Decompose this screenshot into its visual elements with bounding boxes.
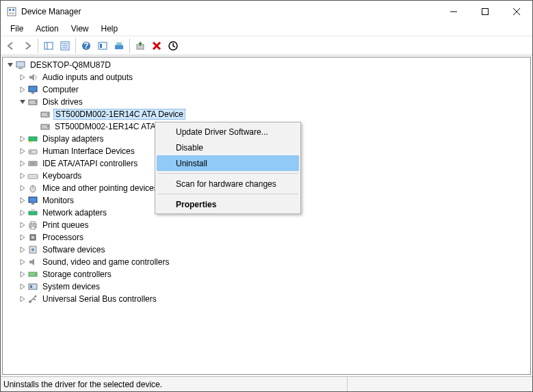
svg-rect-22	[16, 62, 25, 67]
scan-hardware-button[interactable]	[111, 38, 127, 54]
menu-help[interactable]: Help	[96, 23, 124, 35]
tree-item-print[interactable]: Print queues	[5, 219, 530, 231]
ctx-separator	[158, 173, 298, 174]
tree-item-storage[interactable]: Storage controllers	[5, 268, 530, 280]
close-button[interactable]	[501, 1, 532, 22]
svg-rect-23	[18, 68, 23, 69]
svg-point-62	[35, 296, 37, 298]
svg-rect-33	[29, 141, 31, 142]
tree-item-computer[interactable]: Computer	[5, 83, 530, 96]
ctx-disable[interactable]: Disable	[157, 140, 299, 155]
cpu-icon	[27, 232, 38, 243]
expand-icon[interactable]	[18, 220, 27, 230]
svg-point-40	[29, 176, 30, 177]
tree-item-disk0[interactable]: ST500DM002-1ER14C ATA Device	[5, 108, 530, 120]
ctx-separator	[158, 194, 298, 194]
toolbar-separator	[75, 38, 76, 53]
svg-rect-60	[30, 285, 32, 288]
expand-icon[interactable]	[18, 134, 27, 144]
action-button[interactable]	[94, 38, 111, 54]
expand-icon[interactable]	[5, 60, 15, 70]
svg-rect-54	[31, 236, 34, 239]
ctx-update-driver[interactable]: Update Driver Software...	[157, 124, 299, 140]
svg-rect-5	[482, 8, 489, 14]
expand-icon[interactable]	[18, 282, 27, 291]
monitor-icon	[27, 195, 38, 206]
svg-point-31	[47, 126, 49, 127]
expand-icon[interactable]	[18, 183, 27, 193]
update-driver-button[interactable]	[132, 38, 148, 54]
tree-item-sound[interactable]: Sound, video and game controllers	[5, 256, 530, 268]
disk-icon	[40, 109, 51, 120]
expand-icon[interactable]	[18, 294, 27, 304]
collapse-icon[interactable]	[18, 97, 27, 107]
display-adapter-icon	[27, 133, 38, 144]
expand-icon[interactable]	[18, 245, 27, 254]
menu-file[interactable]: File	[5, 23, 29, 35]
svg-rect-0	[8, 8, 16, 16]
disable-button[interactable]	[165, 38, 181, 54]
properties-button[interactable]	[57, 38, 73, 54]
tree-label: Computer	[41, 85, 80, 94]
tree-label: System devices	[41, 282, 101, 291]
tree-label: Display adapters	[41, 134, 105, 144]
show-hide-tree-button[interactable]	[40, 38, 57, 54]
minimize-button[interactable]	[438, 1, 469, 22]
tree-item-softdev[interactable]: Software devices	[5, 244, 530, 256]
svg-point-41	[31, 176, 32, 177]
svg-rect-49	[31, 209, 35, 211]
uninstall-button[interactable]	[148, 38, 165, 54]
tree-item-processors[interactable]: Processors	[5, 231, 530, 244]
expand-icon[interactable]	[18, 171, 27, 181]
network-icon	[27, 207, 38, 218]
expand-icon[interactable]	[18, 196, 27, 205]
svg-rect-63	[34, 299, 36, 300]
expand-icon[interactable]	[18, 85, 27, 94]
svg-rect-24	[29, 86, 37, 92]
computer-icon	[15, 60, 26, 70]
tree-item-audio[interactable]: Audio inputs and outputs	[5, 71, 530, 83]
titlebar: Device Manager	[1, 1, 532, 22]
svg-point-42	[34, 176, 34, 177]
menu-action[interactable]: Action	[30, 23, 64, 35]
tree-item-diskdrives[interactable]: Disk drives	[5, 96, 530, 108]
svg-rect-19	[116, 42, 122, 45]
svg-rect-36	[29, 161, 37, 166]
disk-icon	[40, 121, 51, 132]
statusbar: Uninstalls the driver for the selected d…	[1, 376, 532, 391]
ctx-uninstall[interactable]: Uninstall	[157, 155, 299, 171]
tree-label: Keyboards	[41, 171, 83, 181]
tree-item-system[interactable]: System devices	[5, 280, 530, 293]
tree-label: Storage controllers	[41, 270, 113, 279]
svg-rect-32	[29, 137, 37, 141]
statusbar-text: Uninstalls the driver for the selected d…	[3, 380, 162, 389]
expand-icon[interactable]	[18, 233, 27, 242]
expand-icon[interactable]	[18, 257, 27, 267]
svg-rect-1	[9, 9, 11, 11]
window-title: Device Manager	[21, 7, 81, 16]
expand-icon[interactable]	[18, 146, 27, 156]
tree-label: Audio inputs and outputs	[41, 73, 134, 82]
tree-root[interactable]: DESKTOP-Q8MU87D	[5, 59, 530, 71]
device-manager-window: Device Manager File Action View Help	[0, 0, 533, 392]
maximize-button[interactable]	[469, 1, 501, 22]
expand-icon[interactable]	[18, 270, 27, 279]
tree-item-usb[interactable]: Universal Serial Bus controllers	[5, 293, 530, 305]
ctx-scan-hardware[interactable]: Scan for hardware changes	[157, 176, 299, 192]
tree-label: Mice and other pointing devices	[41, 183, 159, 193]
ctx-properties[interactable]: Properties	[157, 196, 299, 212]
expand-icon[interactable]	[18, 208, 27, 218]
tree-label: Print queues	[41, 220, 90, 230]
menu-view[interactable]: View	[66, 23, 94, 35]
svg-rect-16	[99, 42, 107, 49]
menubar: File Action View Help	[1, 22, 532, 36]
forward-button[interactable]	[19, 38, 36, 54]
svg-point-58	[35, 274, 36, 275]
device-tree-area: DESKTOP-Q8MU87D Audio inputs and outputs…	[2, 57, 531, 375]
expand-icon[interactable]	[18, 73, 27, 82]
software-icon	[27, 244, 38, 255]
back-button[interactable]	[3, 38, 19, 54]
help-button[interactable]: ?	[78, 38, 94, 54]
speaker-icon	[27, 257, 38, 267]
expand-icon[interactable]	[18, 159, 27, 168]
